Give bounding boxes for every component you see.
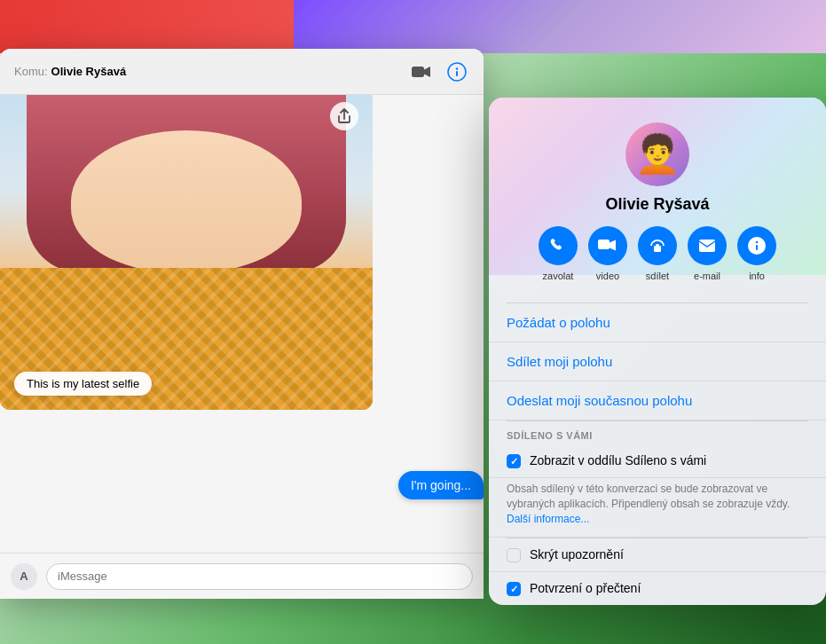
messages-header: Komu: Olivie Ryšavá <box>0 49 484 95</box>
info-button[interactable] <box>444 59 469 84</box>
show-shared-row: Zobrazit v oddílu Sdíleno s vámi <box>489 444 826 478</box>
email-label: e-mail <box>694 271 720 281</box>
video-icon-circle <box>588 226 627 265</box>
shared-description: Obsah sdílený v této konverzaci se bude … <box>489 478 826 538</box>
email-icon-circle <box>688 226 727 265</box>
svg-point-7 <box>659 243 663 247</box>
info-label: info <box>749 271 765 281</box>
svg-rect-10 <box>756 245 758 250</box>
to-label: Komu: <box>14 65 48 78</box>
bg-top-right <box>294 0 826 53</box>
hide-notifications-label: Skrýt upozornění <box>530 547 808 562</box>
video-call-button[interactable] <box>409 59 434 84</box>
info-content: 🧑‍🦱 Olivie Ryšavá zavolat <box>489 98 826 605</box>
info-panel: 🧑‍🦱 Olivie Ryšavá zavolat <box>489 98 826 605</box>
header-contact-name: Olivie Ryšavá <box>51 65 127 78</box>
selfie-photo: This is my latest selfie <box>0 95 373 410</box>
outgoing-message: I'm going... <box>398 471 484 499</box>
svg-rect-4 <box>598 240 610 249</box>
chat-area: This is my latest selfie I'm going... <box>0 95 484 553</box>
video-button[interactable]: video <box>588 226 627 281</box>
svg-rect-0 <box>412 67 424 77</box>
info-icon-circle <box>737 226 776 265</box>
shared-section-header: SDÍLENO S VÁMI <box>489 421 826 444</box>
message-input[interactable] <box>46 563 473 590</box>
avatar-section: 🧑‍🦱 Olivie Ryšavá zavolat <box>489 98 826 302</box>
show-shared-checkbox[interactable] <box>507 454 521 468</box>
sdilet-polohu-item[interactable]: Sdílet moji polohu <box>489 342 826 381</box>
svg-rect-2 <box>456 71 458 76</box>
show-shared-text: Zobrazit v oddílu Sdíleno s vámi <box>530 453 808 467</box>
sdilet-button[interactable]: sdílet <box>638 226 677 281</box>
sdilet-label: sdílet <box>646 271 669 281</box>
more-info-link[interactable]: Další informace... <box>507 513 589 525</box>
panel-contact-name: Olivie Ryšavá <box>605 195 709 214</box>
header-icons <box>409 59 469 84</box>
read-receipt-checkbox[interactable] <box>507 582 521 596</box>
svg-rect-8 <box>699 240 715 252</box>
avatar-emoji: 🧑‍🦱 <box>634 136 680 173</box>
sdilet-icon-circle <box>638 226 677 265</box>
share-button[interactable] <box>330 102 358 130</box>
hide-notifications-row: Skrýt upozornění <box>489 538 826 572</box>
svg-point-3 <box>456 67 458 69</box>
hide-notifications-checkbox[interactable] <box>507 548 521 562</box>
svg-point-11 <box>756 241 759 244</box>
email-button[interactable]: e-mail <box>688 226 727 281</box>
messages-window: Komu: Olivie Ryšavá <box>0 49 484 599</box>
pozadat-polohu-item[interactable]: Požádat o polohu <box>489 303 826 342</box>
video-label: video <box>596 271 619 281</box>
zavolat-button[interactable]: zavolat <box>539 226 578 281</box>
odeslat-polohu-item[interactable]: Odeslat moji současnou polohu <box>489 381 826 420</box>
show-shared-label: Zobrazit v oddílu Sdíleno s vámi <box>530 453 808 467</box>
zavolat-label: zavolat <box>543 271 574 281</box>
hide-notifications-text: Skrýt upozornění <box>530 547 808 562</box>
read-receipt-label: Potvrzení o přečtení <box>530 581 808 595</box>
input-area: A <box>0 553 484 599</box>
zavolat-icon-circle <box>539 226 578 265</box>
svg-point-6 <box>653 243 657 247</box>
info-action-button[interactable]: info <box>737 226 776 281</box>
read-receipt-text: Potvrzení o přečtení <box>530 581 808 595</box>
action-buttons: zavolat video <box>539 226 776 281</box>
photo-caption: This is my latest selfie <box>14 372 152 396</box>
app-store-button[interactable]: A <box>11 563 37 590</box>
avatar: 🧑‍🦱 <box>625 122 689 186</box>
read-receipt-row: Potvrzení o přečtení <box>489 572 826 605</box>
